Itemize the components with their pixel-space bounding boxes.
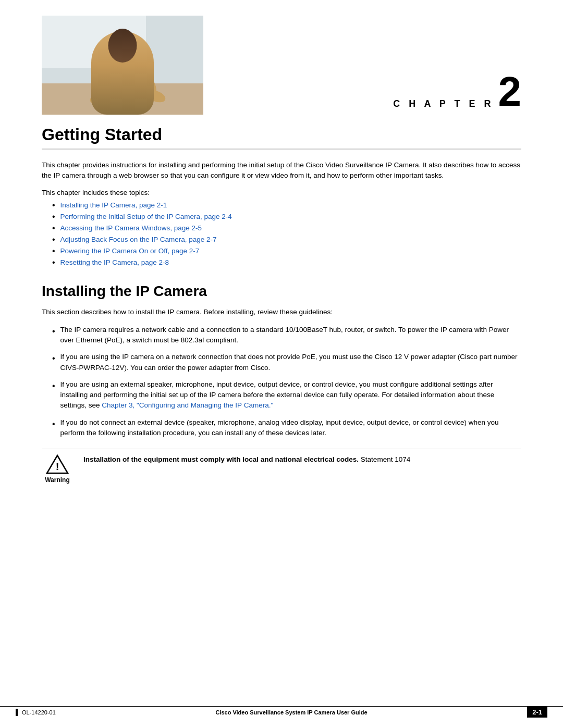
svg-text:!: ! (56, 461, 59, 472)
guideline-item-2: If you are using the IP camera on a netw… (52, 352, 521, 373)
svg-point-8 (89, 90, 110, 106)
list-item: Installing the IP Camera, page 2-1 (52, 201, 521, 210)
warning-text: Installation of the equipment must compl… (83, 454, 521, 465)
topic-link-4[interactable]: Adjusting Back Focus on the IP Camera, p… (60, 236, 217, 243)
guidelines-list: The IP camera requires a network cable a… (52, 325, 521, 438)
svg-rect-7 (119, 78, 137, 89)
chapter-number: 2 (498, 74, 522, 109)
warning-triangle-icon: ! (46, 454, 69, 474)
page-title: Getting Started (42, 125, 521, 144)
topic-link-2[interactable]: Performing the Initial Setup of the IP C… (60, 213, 232, 220)
topics-intro: This chapter includes these topics: (42, 189, 521, 196)
svg-rect-2 (42, 16, 146, 68)
svg-rect-3 (42, 83, 203, 115)
footer-guide-title: Cisco Video Surveillance System IP Camer… (215, 709, 367, 715)
section-intro: This section describes how to install th… (42, 307, 521, 317)
warning-bold-text: Installation of the equipment must compl… (83, 455, 359, 463)
topic-link-5[interactable]: Powering the IP Camera On or Off, page 2… (60, 247, 200, 255)
chapter-label-area: C H A P T E R 2 (393, 74, 521, 115)
guideline-item-4: If you do not connect an external device… (52, 417, 521, 439)
list-item: Resetting the IP Camera, page 2-8 (52, 258, 521, 267)
footer-doc-number: OL-14220-01 (16, 709, 56, 716)
warning-statement: Statement 1074 (359, 455, 410, 463)
footer: OL-14220-01 Cisco Video Surveillance Sys… (0, 706, 563, 718)
topic-link-3[interactable]: Accessing the IP Camera Windows, page 2-… (60, 224, 202, 232)
svg-point-5 (113, 45, 142, 78)
content-area: This chapter provides instructions for i… (0, 150, 563, 489)
chapter-text: C H A P T E R (393, 98, 494, 109)
list-item: Adjusting Back Focus on the IP Camera, p… (52, 235, 521, 244)
list-item: Accessing the IP Camera Windows, page 2-… (52, 224, 521, 233)
topics-list: Installing the IP Camera, page 2-1 Perfo… (52, 201, 521, 267)
footer-page-number: 2-1 (527, 707, 547, 718)
header-area: C H A P T E R 2 (0, 0, 563, 115)
chapter3-link[interactable]: Chapter 3, "Configuring and Managing the… (102, 401, 273, 409)
list-item: Powering the IP Camera On or Off, page 2… (52, 246, 521, 256)
warning-icon-container: ! Warning (42, 454, 73, 484)
svg-point-4 (99, 68, 156, 115)
warning-area: ! Warning Installation of the equipment … (42, 449, 521, 489)
guideline-item-3: If you are using an external speaker, mi… (52, 379, 521, 411)
section-heading: Installing the IP Camera (42, 283, 521, 300)
guideline-item-1: The IP camera requires a network cable a… (52, 325, 521, 346)
warning-label: Warning (45, 476, 70, 484)
svg-rect-6 (124, 74, 132, 83)
topic-link-1[interactable]: Installing the IP Camera, page 2-1 (60, 201, 167, 209)
topic-link-6[interactable]: Resetting the IP Camera, page 2-8 (60, 258, 169, 266)
list-item: Performing the Initial Setup of the IP C… (52, 212, 521, 221)
footer-page-box: 2-1 (527, 707, 547, 718)
intro-paragraph: This chapter provides instructions for i… (42, 160, 521, 181)
title-area: Getting Started (0, 115, 563, 150)
page-container: C H A P T E R 2 Getting Started This cha… (0, 0, 563, 728)
chapter-image (42, 16, 203, 115)
